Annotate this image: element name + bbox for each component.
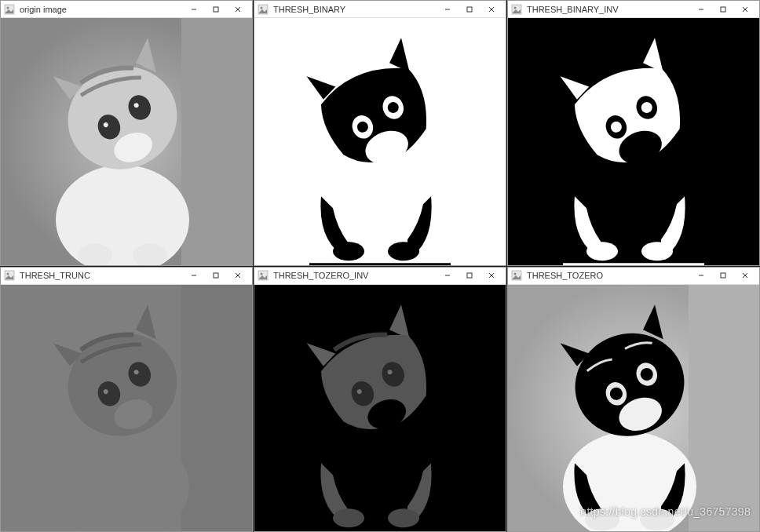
svg-point-46 — [641, 242, 673, 261]
window-title: origin image — [20, 5, 183, 14]
svg-point-45 — [586, 242, 618, 261]
svg-rect-3 — [214, 7, 218, 12]
svg-point-49 — [7, 273, 9, 275]
maximize-button[interactable] — [712, 2, 734, 17]
svg-point-30 — [388, 242, 419, 261]
image-content-binary-inv — [508, 18, 759, 265]
svg-rect-66 — [467, 273, 472, 278]
svg-point-78 — [514, 273, 517, 275]
image-content-tozero-inv — [254, 285, 506, 532]
window-controls — [690, 268, 756, 283]
window-thresh-binary-inv: THRESH_BINARY_INV — [507, 0, 760, 266]
window-controls — [437, 2, 502, 17]
svg-point-75 — [333, 508, 364, 527]
minimize-button[interactable] — [437, 2, 459, 17]
minimize-button[interactable] — [690, 2, 712, 17]
svg-rect-55 — [181, 285, 252, 532]
svg-point-29 — [333, 242, 364, 261]
svg-rect-80 — [721, 273, 725, 278]
close-button[interactable] — [480, 268, 502, 283]
svg-rect-47 — [563, 263, 704, 264]
svg-rect-84 — [689, 285, 759, 532]
window-thresh-trunc: THRESH_TRUNC — [0, 267, 253, 533]
titlebar[interactable]: THRESH_TOZERO_INV — [254, 268, 506, 285]
svg-point-64 — [261, 273, 263, 275]
maximize-button[interactable] — [205, 2, 227, 17]
svg-point-93 — [640, 508, 674, 530]
titlebar[interactable]: origin image — [1, 1, 252, 18]
app-icon — [511, 270, 522, 281]
window-controls — [183, 2, 249, 17]
close-button[interactable] — [227, 2, 249, 17]
window-controls — [183, 268, 249, 283]
close-button[interactable] — [734, 268, 756, 283]
window-controls — [690, 2, 756, 17]
maximize-button[interactable] — [459, 268, 480, 283]
svg-point-92 — [585, 508, 619, 530]
svg-point-18 — [261, 6, 263, 9]
minimize-button[interactable] — [183, 2, 205, 17]
svg-rect-51 — [214, 273, 218, 278]
window-title: THRESH_TOZERO_INV — [273, 271, 437, 280]
close-button[interactable] — [227, 268, 249, 283]
image-content-tozero — [508, 285, 759, 532]
svg-point-1 — [7, 6, 9, 9]
window-title: THRESH_BINARY — [273, 5, 437, 14]
image-content-binary — [254, 18, 506, 265]
maximize-button[interactable] — [459, 2, 480, 17]
titlebar[interactable]: THRESH_BINARY_INV — [508, 1, 759, 18]
image-content-trunc — [1, 285, 252, 532]
titlebar[interactable]: THRESH_TOZERO — [508, 268, 759, 285]
titlebar[interactable]: THRESH_BINARY — [254, 1, 506, 18]
window-thresh-binary: THRESH_BINARY — [254, 0, 506, 266]
maximize-button[interactable] — [205, 268, 227, 283]
svg-point-33 — [514, 6, 517, 9]
close-button[interactable] — [734, 2, 756, 17]
svg-rect-20 — [467, 7, 472, 12]
minimize-button[interactable] — [437, 268, 459, 283]
svg-rect-35 — [721, 7, 725, 12]
close-button[interactable] — [480, 2, 502, 17]
svg-rect-7 — [181, 18, 252, 265]
window-title: THRESH_TOZERO — [527, 271, 690, 280]
maximize-button[interactable] — [712, 268, 734, 283]
window-thresh-tozero-inv: THRESH_TOZERO_INV — [254, 267, 506, 533]
titlebar[interactable]: THRESH_TRUNC — [1, 268, 252, 285]
app-icon — [4, 4, 15, 15]
minimize-button[interactable] — [690, 268, 712, 283]
window-thresh-tozero: THRESH_TOZERO — [507, 267, 760, 533]
app-icon — [511, 4, 522, 15]
app-icon — [258, 4, 269, 15]
svg-point-76 — [388, 508, 419, 527]
image-content-origin — [1, 18, 252, 265]
svg-rect-31 — [309, 263, 451, 264]
window-origin-image: origin image — [0, 0, 253, 266]
minimize-button[interactable] — [183, 268, 205, 283]
app-icon — [258, 270, 269, 281]
app-icon — [4, 270, 15, 281]
window-title: THRESH_TRUNC — [20, 271, 183, 280]
window-title: THRESH_BINARY_INV — [527, 5, 690, 14]
window-controls — [437, 268, 502, 283]
